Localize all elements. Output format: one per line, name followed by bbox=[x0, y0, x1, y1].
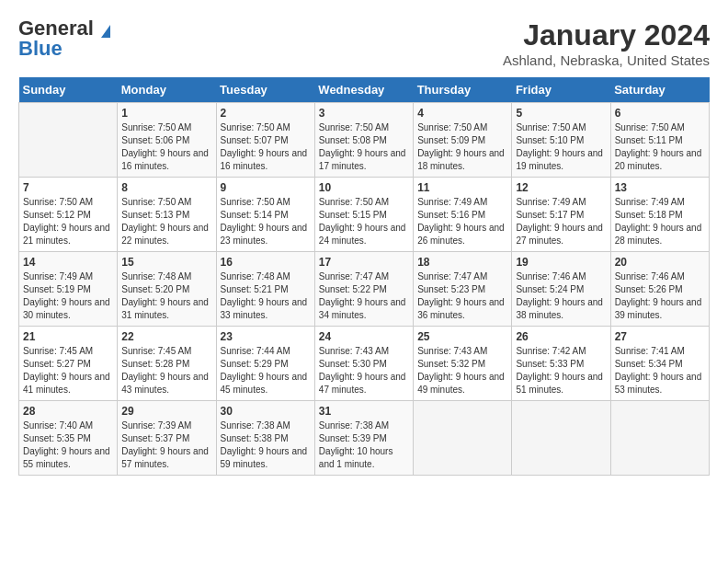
day-number: 9 bbox=[221, 181, 311, 194]
day-info: Sunrise: 7:47 AMSunset: 5:22 PMDaylight:… bbox=[319, 270, 409, 322]
week-row-2: 14Sunrise: 7:49 AMSunset: 5:19 PMDayligh… bbox=[19, 252, 710, 327]
day-number: 19 bbox=[516, 256, 606, 269]
location-subtitle: Ashland, Nebraska, United States bbox=[503, 52, 710, 68]
day-info: Sunrise: 7:50 AMSunset: 5:15 PMDaylight:… bbox=[319, 196, 409, 247]
logo-triangle-icon bbox=[101, 25, 110, 38]
header: General Blue January 2024 Ashland, Nebra… bbox=[18, 18, 710, 68]
day-number: 22 bbox=[121, 330, 211, 343]
day-cell: 10Sunrise: 7:50 AMSunset: 5:15 PMDayligh… bbox=[314, 178, 413, 252]
day-number: 13 bbox=[615, 181, 705, 194]
day-number: 8 bbox=[121, 181, 211, 194]
day-cell: 16Sunrise: 7:48 AMSunset: 5:21 PMDayligh… bbox=[216, 252, 314, 327]
day-info: Sunrise: 7:44 AMSunset: 5:29 PMDaylight:… bbox=[221, 345, 311, 396]
week-row-0: 1Sunrise: 7:50 AMSunset: 5:06 PMDaylight… bbox=[19, 103, 710, 178]
day-cell: 22Sunrise: 7:45 AMSunset: 5:28 PMDayligh… bbox=[118, 327, 216, 401]
day-number: 29 bbox=[121, 405, 211, 418]
day-cell: 26Sunrise: 7:42 AMSunset: 5:33 PMDayligh… bbox=[512, 327, 610, 401]
day-number: 27 bbox=[615, 330, 705, 343]
day-cell: 27Sunrise: 7:41 AMSunset: 5:34 PMDayligh… bbox=[610, 327, 709, 401]
calendar-table: SundayMondayTuesdayWednesdayThursdayFrid… bbox=[18, 77, 710, 476]
day-info: Sunrise: 7:50 AMSunset: 5:06 PMDaylight:… bbox=[121, 121, 211, 173]
day-cell: 21Sunrise: 7:45 AMSunset: 5:27 PMDayligh… bbox=[19, 327, 118, 401]
day-number: 16 bbox=[221, 256, 311, 269]
day-info: Sunrise: 7:50 AMSunset: 5:07 PMDaylight:… bbox=[221, 121, 311, 173]
day-info: Sunrise: 7:39 AMSunset: 5:37 PMDaylight:… bbox=[121, 419, 211, 471]
day-cell: 8Sunrise: 7:50 AMSunset: 5:13 PMDaylight… bbox=[118, 178, 216, 252]
day-cell: 6Sunrise: 7:50 AMSunset: 5:11 PMDaylight… bbox=[610, 103, 709, 178]
day-info: Sunrise: 7:49 AMSunset: 5:19 PMDaylight:… bbox=[23, 270, 113, 322]
day-cell: 25Sunrise: 7:43 AMSunset: 5:32 PMDayligh… bbox=[414, 327, 512, 401]
day-cell: 4Sunrise: 7:50 AMSunset: 5:09 PMDaylight… bbox=[414, 103, 512, 178]
day-cell: 31Sunrise: 7:38 AMSunset: 5:39 PMDayligh… bbox=[314, 401, 413, 476]
day-number: 26 bbox=[516, 330, 606, 343]
day-number: 1 bbox=[121, 107, 211, 120]
day-info: Sunrise: 7:41 AMSunset: 5:34 PMDaylight:… bbox=[615, 345, 705, 396]
day-cell: 28Sunrise: 7:40 AMSunset: 5:35 PMDayligh… bbox=[19, 401, 118, 476]
day-number: 30 bbox=[221, 405, 311, 418]
day-info: Sunrise: 7:50 AMSunset: 5:13 PMDaylight:… bbox=[121, 196, 211, 247]
day-cell: 19Sunrise: 7:46 AMSunset: 5:24 PMDayligh… bbox=[512, 252, 610, 327]
day-info: Sunrise: 7:38 AMSunset: 5:39 PMDaylight:… bbox=[319, 419, 409, 471]
day-number: 25 bbox=[417, 330, 507, 343]
day-number: 11 bbox=[417, 181, 507, 194]
day-cell: 29Sunrise: 7:39 AMSunset: 5:37 PMDayligh… bbox=[118, 401, 216, 476]
day-cell: 7Sunrise: 7:50 AMSunset: 5:12 PMDaylight… bbox=[19, 178, 118, 252]
day-cell: 12Sunrise: 7:49 AMSunset: 5:17 PMDayligh… bbox=[512, 178, 610, 252]
day-number: 6 bbox=[615, 107, 705, 120]
day-info: Sunrise: 7:49 AMSunset: 5:17 PMDaylight:… bbox=[516, 196, 606, 247]
logo: General Blue bbox=[18, 18, 110, 59]
header-row: SundayMondayTuesdayWednesdayThursdayFrid… bbox=[19, 77, 710, 103]
day-info: Sunrise: 7:48 AMSunset: 5:20 PMDaylight:… bbox=[121, 270, 211, 322]
header-cell-tuesday: Tuesday bbox=[216, 77, 314, 103]
day-number: 17 bbox=[319, 256, 409, 269]
day-info: Sunrise: 7:40 AMSunset: 5:35 PMDaylight:… bbox=[23, 419, 113, 471]
calendar-body: 1Sunrise: 7:50 AMSunset: 5:06 PMDaylight… bbox=[19, 103, 710, 476]
week-row-3: 21Sunrise: 7:45 AMSunset: 5:27 PMDayligh… bbox=[19, 327, 710, 401]
day-info: Sunrise: 7:38 AMSunset: 5:38 PMDaylight:… bbox=[221, 419, 311, 471]
day-info: Sunrise: 7:45 AMSunset: 5:27 PMDaylight:… bbox=[23, 345, 113, 396]
day-info: Sunrise: 7:49 AMSunset: 5:16 PMDaylight:… bbox=[417, 196, 507, 247]
month-year-title: January 2024 bbox=[503, 18, 710, 52]
logo-top: General bbox=[18, 18, 110, 39]
day-info: Sunrise: 7:50 AMSunset: 5:08 PMDaylight:… bbox=[319, 121, 409, 173]
day-cell: 20Sunrise: 7:46 AMSunset: 5:26 PMDayligh… bbox=[610, 252, 709, 327]
day-number: 31 bbox=[319, 405, 409, 418]
day-cell: 13Sunrise: 7:49 AMSunset: 5:18 PMDayligh… bbox=[610, 178, 709, 252]
day-cell: 2Sunrise: 7:50 AMSunset: 5:07 PMDaylight… bbox=[216, 103, 314, 178]
day-info: Sunrise: 7:49 AMSunset: 5:18 PMDaylight:… bbox=[615, 196, 705, 247]
day-number: 24 bbox=[319, 330, 409, 343]
day-number: 14 bbox=[23, 256, 113, 269]
day-cell: 23Sunrise: 7:44 AMSunset: 5:29 PMDayligh… bbox=[216, 327, 314, 401]
day-cell bbox=[414, 401, 512, 476]
day-cell: 17Sunrise: 7:47 AMSunset: 5:22 PMDayligh… bbox=[314, 252, 413, 327]
day-number: 3 bbox=[319, 107, 409, 120]
day-info: Sunrise: 7:43 AMSunset: 5:32 PMDaylight:… bbox=[417, 345, 507, 396]
day-info: Sunrise: 7:46 AMSunset: 5:24 PMDaylight:… bbox=[516, 270, 606, 322]
logo-blue-text: Blue bbox=[18, 39, 63, 59]
day-info: Sunrise: 7:46 AMSunset: 5:26 PMDaylight:… bbox=[615, 270, 705, 322]
day-info: Sunrise: 7:43 AMSunset: 5:30 PMDaylight:… bbox=[319, 345, 409, 396]
day-cell: 15Sunrise: 7:48 AMSunset: 5:20 PMDayligh… bbox=[118, 252, 216, 327]
day-cell: 18Sunrise: 7:47 AMSunset: 5:23 PMDayligh… bbox=[414, 252, 512, 327]
calendar-header: SundayMondayTuesdayWednesdayThursdayFrid… bbox=[19, 77, 710, 103]
day-cell: 30Sunrise: 7:38 AMSunset: 5:38 PMDayligh… bbox=[216, 401, 314, 476]
day-number: 20 bbox=[615, 256, 705, 269]
day-number: 2 bbox=[221, 107, 311, 120]
day-info: Sunrise: 7:50 AMSunset: 5:14 PMDaylight:… bbox=[221, 196, 311, 247]
header-cell-friday: Friday bbox=[512, 77, 610, 103]
day-info: Sunrise: 7:50 AMSunset: 5:11 PMDaylight:… bbox=[615, 121, 705, 173]
header-cell-saturday: Saturday bbox=[610, 77, 709, 103]
header-cell-thursday: Thursday bbox=[414, 77, 512, 103]
day-number: 4 bbox=[417, 107, 507, 120]
day-number: 10 bbox=[319, 181, 409, 194]
week-row-1: 7Sunrise: 7:50 AMSunset: 5:12 PMDaylight… bbox=[19, 178, 710, 252]
day-info: Sunrise: 7:50 AMSunset: 5:09 PMDaylight:… bbox=[417, 121, 507, 173]
week-row-4: 28Sunrise: 7:40 AMSunset: 5:35 PMDayligh… bbox=[19, 401, 710, 476]
day-cell bbox=[610, 401, 709, 476]
day-number: 18 bbox=[417, 256, 507, 269]
day-info: Sunrise: 7:45 AMSunset: 5:28 PMDaylight:… bbox=[121, 345, 211, 396]
day-info: Sunrise: 7:48 AMSunset: 5:21 PMDaylight:… bbox=[221, 270, 311, 322]
day-cell: 9Sunrise: 7:50 AMSunset: 5:14 PMDaylight… bbox=[216, 178, 314, 252]
day-number: 21 bbox=[23, 330, 113, 343]
header-cell-monday: Monday bbox=[118, 77, 216, 103]
